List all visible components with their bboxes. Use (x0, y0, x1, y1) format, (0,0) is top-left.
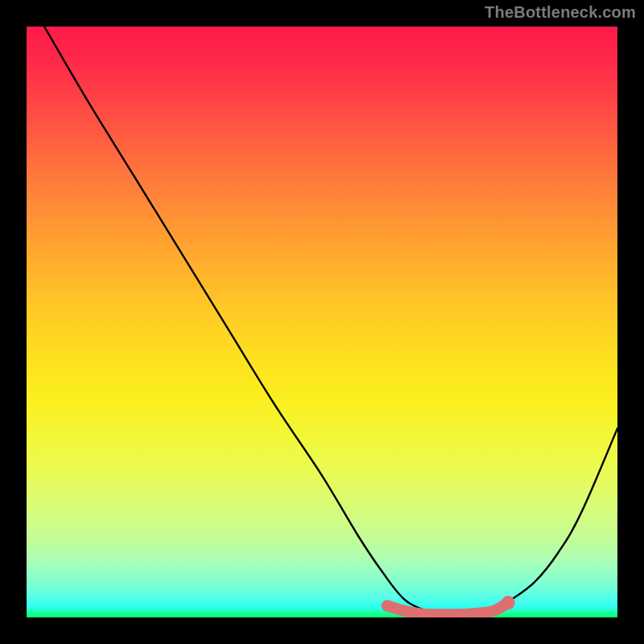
attribution-label: TheBottleneck.com (485, 3, 636, 22)
optimal-range-highlight (387, 603, 508, 615)
chart-frame: TheBottleneck.com (0, 0, 644, 644)
plot-area (27, 27, 617, 617)
bottleneck-curve (44, 27, 617, 615)
curve-layer (27, 27, 617, 617)
optimal-end-dot (502, 596, 515, 609)
